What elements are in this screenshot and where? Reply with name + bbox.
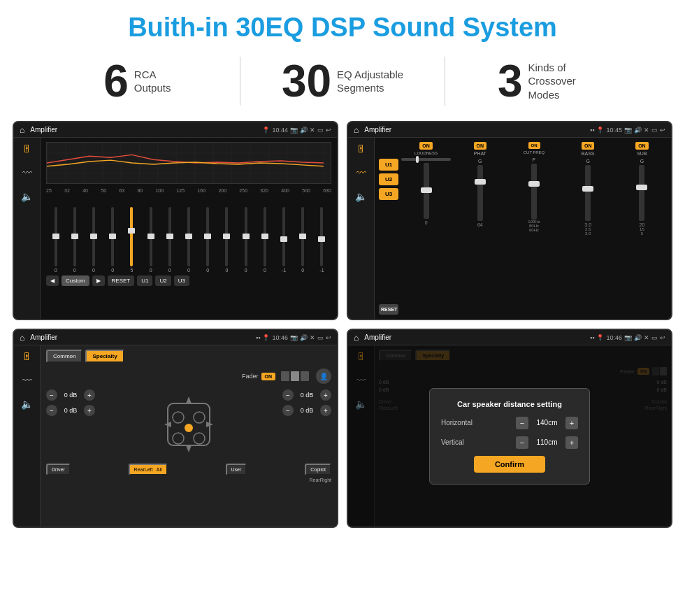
fader-wave-icon[interactable]: 〰 [22, 375, 32, 386]
fader-tune-icon[interactable]: 🎚 [22, 351, 32, 362]
channel-bass: ON BASS G 3.0 2.5 2.0 [563, 142, 613, 315]
sub-on[interactable]: ON [635, 142, 649, 150]
mixer-tune-icon[interactable]: 🎚 [356, 143, 366, 155]
sub-value: 20 [640, 222, 645, 227]
eq-slider-1[interactable]: 0 [46, 207, 65, 273]
eq-u2-btn[interactable]: U2 [155, 275, 171, 286]
eq-slider-15[interactable]: -1 [312, 207, 331, 273]
sub-track[interactable] [639, 165, 644, 221]
fader-speaker-icon[interactable]: 🔈 [21, 399, 33, 410]
eq-slider-10[interactable]: 0 [217, 207, 236, 273]
db-minus-2[interactable]: − [46, 405, 57, 416]
cutfreq-track[interactable] [531, 164, 537, 220]
back-icon: ↩ [326, 127, 331, 134]
db-minus-4[interactable]: − [282, 405, 294, 416]
bass-on[interactable]: ON [582, 142, 595, 150]
fader-close-icon: ✕ [310, 334, 315, 341]
eq-play-btn[interactable]: ▶ [92, 275, 105, 286]
dialog-screen: ⌂ Amplifier ▪▪ 📍 10:46 📷 🔊 ✕ ▭ ↩ 🎚 〰 🔈 [347, 329, 672, 528]
eq-u1-btn[interactable]: U1 [137, 275, 152, 286]
svg-point-3 [194, 412, 205, 423]
eq-main: 2532405063 80100125160200 25032040050063… [41, 138, 337, 319]
mixer-reset-btn[interactable]: RESET [379, 304, 398, 315]
cutfreq-on[interactable]: ON [528, 142, 540, 149]
fader-volume-icon: 🔊 [300, 334, 308, 341]
mixer-window-icon: ▭ [651, 127, 658, 134]
user-btn[interactable]: User [226, 464, 247, 475]
svg-point-4 [173, 433, 184, 444]
all-btn[interactable]: RearLeft All [129, 464, 168, 475]
dialog-screen-title: Amplifier [364, 334, 587, 341]
fader-tab-specialty[interactable]: Specialty [85, 350, 124, 363]
fader-tab-common[interactable]: Common [46, 350, 82, 363]
eq-sidebar: 🎚 〰 🔈 [14, 138, 41, 319]
status-bar-fader: ⌂ Amplifier ▪▪ 📍 10:46 📷 🔊 ✕ ▭ ↩ [14, 330, 337, 345]
eq-time: 10:44 [272, 127, 288, 134]
vertical-plus-btn[interactable]: + [565, 436, 578, 449]
fader-on-btn[interactable]: ON [261, 373, 276, 380]
eq-slider-6[interactable]: 0 [141, 207, 160, 273]
horizontal-plus-btn[interactable]: + [565, 417, 578, 429]
db-plus-3[interactable]: + [320, 389, 331, 401]
eq-slider-12[interactable]: 0 [255, 207, 274, 273]
eq-slider-9[interactable]: 0 [199, 207, 217, 273]
eq-slider-11[interactable]: 0 [236, 207, 255, 273]
channel-phat: ON PHAT G 64 [455, 142, 505, 315]
mixer-content: 🎚 〰 🔈 U1 U2 U3 RESET ON LOUDNESS [348, 138, 671, 319]
db-control-4: − 0 dB + [282, 405, 331, 416]
copilot-btn[interactable]: Copilot [305, 464, 331, 475]
db-plus-1[interactable]: + [84, 389, 95, 401]
channel-cutfreq: ON CUT FREQ F 100Hz 80Hz 60Hz [509, 142, 558, 315]
preset-u1[interactable]: U1 [379, 159, 398, 171]
eq-slider-2[interactable]: 0 [65, 207, 84, 273]
phat-on[interactable]: ON [474, 142, 487, 150]
preset-u2[interactable]: U2 [379, 173, 398, 185]
phat-track[interactable] [477, 165, 483, 221]
db-minus-3[interactable]: − [282, 389, 294, 401]
eq-speaker-icon[interactable]: 🔈 [21, 191, 33, 202]
eq-prev-btn[interactable]: ◀ [46, 275, 59, 286]
db-plus-4[interactable]: + [320, 405, 331, 416]
eq-slider-8[interactable]: 0 [179, 207, 198, 273]
eq-slider-5[interactable]: 5 [122, 207, 141, 273]
confirm-button[interactable]: Confirm [474, 456, 545, 473]
driver-btn[interactable]: Driver [46, 464, 71, 475]
horizontal-minus-btn[interactable]: − [516, 417, 528, 429]
mixer-speaker-icon[interactable]: 🔈 [355, 191, 367, 202]
stat-number-rca: 6 [103, 59, 129, 103]
window-icon: ▭ [317, 127, 324, 134]
eq-tune-icon[interactable]: 🎚 [22, 143, 32, 155]
eq-wave-icon[interactable]: 〰 [22, 167, 32, 178]
loudness-track[interactable] [424, 163, 429, 219]
mixer-wave-icon[interactable]: 〰 [356, 167, 366, 178]
stat-label-eq: EQ AdjustableSegments [337, 68, 403, 95]
location-icon: 📍 [262, 127, 270, 134]
dialog-camera-icon: 📷 [624, 334, 632, 341]
eq-slider-7[interactable]: 0 [160, 207, 179, 273]
camera-icon: 📷 [290, 127, 298, 134]
horizontal-label: Horizontal [441, 419, 516, 427]
svg-point-6 [185, 424, 193, 432]
eq-slider-3[interactable]: 0 [84, 207, 103, 273]
db-value-3: 0 dB [296, 392, 317, 399]
bass-track[interactable] [585, 165, 591, 221]
vertical-minus-btn[interactable]: − [516, 436, 528, 449]
dialog-overlay: Car speaker distance setting Horizontal … [348, 345, 671, 527]
eq-slider-4[interactable]: 0 [103, 207, 122, 273]
horizontal-value: 140cm [531, 419, 563, 427]
preset-u3[interactable]: U3 [379, 188, 398, 200]
dialog-vertical-row: Vertical − 110cm + [441, 436, 578, 449]
eq-reset-btn[interactable]: RESET [108, 275, 135, 286]
eq-u3-btn[interactable]: U3 [174, 275, 189, 286]
loudness-slider-h[interactable] [401, 158, 451, 161]
status-bar-dialog: ⌂ Amplifier ▪▪ 📍 10:46 📷 🔊 ✕ ▭ ↩ [348, 330, 671, 345]
bass-label: BASS [582, 151, 595, 156]
home-icon-mixer: ⌂ [354, 125, 359, 135]
eq-custom-btn[interactable]: Custom [62, 275, 89, 286]
eq-slider-13[interactable]: -1 [274, 207, 293, 273]
fader-left-controls: − 0 dB + − 0 dB + [46, 389, 95, 459]
eq-slider-14[interactable]: 0 [294, 207, 312, 273]
loudness-on[interactable]: ON [419, 142, 433, 150]
db-minus-1[interactable]: − [46, 389, 57, 401]
db-plus-2[interactable]: + [84, 405, 95, 416]
